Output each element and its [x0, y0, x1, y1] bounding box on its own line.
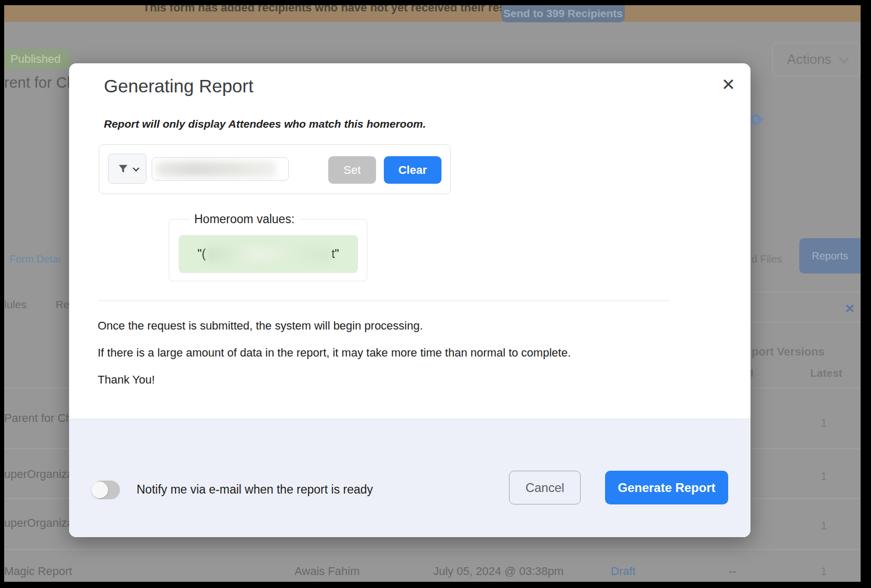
table-row-name[interactable]: Parent for Ch	[4, 412, 72, 425]
screen-frame: This form has added recipients who have …	[0, 0, 871, 588]
divider	[4, 549, 861, 550]
divider	[751, 322, 861, 322]
chevron-down-icon	[839, 53, 849, 63]
actions-button[interactable]: Actions	[772, 43, 861, 76]
modal-body-line: Thank You!	[98, 373, 155, 387]
divider	[751, 292, 861, 292]
modal-title: Generating Report	[104, 76, 253, 97]
homeroom-value-suffix: t"	[331, 247, 339, 261]
homeroom-filter-box: Set Clear	[99, 144, 451, 194]
table-row-name[interactable]: uperOrganiza	[4, 468, 73, 481]
table-header-report-versions: port Versions	[752, 345, 825, 359]
redacted-filter-value	[156, 161, 276, 177]
refresh-icon[interactable]: ⟳	[751, 111, 763, 129]
generate-report-button[interactable]: Generate Report	[605, 471, 728, 504]
table-row-author: Awais Fahim	[294, 565, 360, 578]
table-row-date: July 05, 2024 @ 03:38pm	[433, 565, 564, 578]
page-title: rent for Ch	[4, 74, 75, 91]
tab-reports-label: Reports	[812, 250, 848, 262]
tab-form-details[interactable]: Form Detai	[9, 253, 61, 265]
homeroom-value-prefix: "(	[197, 247, 206, 261]
table-row-dash: --	[729, 565, 736, 578]
table-row-status[interactable]: Draft	[611, 565, 636, 578]
close-icon[interactable]: ✕	[721, 75, 735, 94]
filter-icon	[117, 163, 129, 174]
subtab-responses[interactable]: Re	[56, 298, 70, 311]
notify-email-label: Notify me via e-mail when the report is …	[137, 483, 373, 497]
homeroom-value-pill: "( t"	[179, 235, 358, 273]
chevron-down-icon	[132, 165, 139, 171]
tab-files[interactable]: d Files	[752, 253, 782, 265]
modal-body-line: If there is a large amount of data in th…	[98, 346, 571, 360]
table-row-name[interactable]: uperOrganiza	[4, 516, 73, 530]
modal-body-line: Once the request is submitted, the syste…	[98, 319, 423, 333]
send-recipients-button[interactable]: Send to 399 Recipients	[501, 5, 625, 22]
generating-report-modal: ✕ Generating Report Report will only dis…	[69, 63, 751, 537]
filter-dropdown-button[interactable]	[108, 154, 146, 184]
table-row-latest: 1	[821, 519, 827, 532]
toggle-knob	[91, 482, 108, 498]
notify-email-toggle[interactable]	[92, 481, 120, 499]
redacted-homeroom-value	[207, 247, 330, 262]
modal-footer: Notify me via e-mail when the report is …	[69, 418, 751, 537]
table-row-name[interactable]: Magic Report	[4, 565, 72, 578]
table-row-latest: 1	[821, 416, 827, 430]
homeroom-values-fieldset: Homeroom values: "( t"	[169, 219, 367, 281]
clear-filter-icon[interactable]: ✕	[845, 302, 855, 316]
table-header-latest: Latest	[810, 367, 842, 379]
divider	[98, 300, 669, 301]
set-button[interactable]: Set	[328, 156, 376, 184]
homeroom-values-legend: Homeroom values:	[189, 212, 300, 226]
table-row-latest: 1	[821, 470, 827, 483]
homeroom-filter-input[interactable]	[152, 157, 289, 181]
tab-reports[interactable]: Reports	[799, 238, 861, 274]
table-row-latest: 1	[821, 565, 827, 578]
status-badge: Published	[4, 49, 70, 69]
recipients-banner: This form has added recipients who have …	[4, 5, 861, 22]
subtab-schedules[interactable]: lules	[4, 298, 26, 311]
clear-button[interactable]: Clear	[384, 156, 441, 184]
modal-subtitle: Report will only display Attendees who m…	[104, 118, 426, 130]
cancel-button[interactable]: Cancel	[509, 471, 581, 504]
actions-button-label: Actions	[787, 51, 831, 67]
